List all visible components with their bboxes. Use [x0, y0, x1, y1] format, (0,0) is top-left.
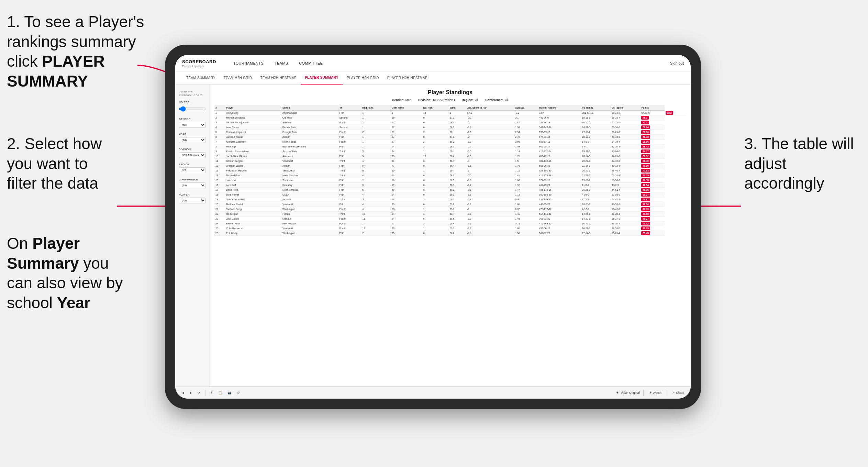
- tablet-device: SCOREBOARD Powered by clippi TOURNAMENTS…: [165, 45, 701, 409]
- sub-nav: TEAM SUMMARY TEAM H2H GRID TEAM H2H HEAT…: [175, 71, 691, 85]
- cell-17-8: -1.8: [466, 192, 514, 197]
- filter-row: Gender: Men Division: NCAA Division I Re…: [214, 98, 686, 102]
- cell-1-7: 67.1: [449, 115, 466, 120]
- cell-9-1: Jacob Skov Olesen: [225, 154, 281, 159]
- cell-5-9: 2.72: [514, 135, 538, 140]
- cell-14-4: 7: [361, 178, 391, 183]
- cell-14-7: 68.5: [449, 178, 466, 183]
- gender-select[interactable]: Men: [179, 122, 206, 128]
- toolbar-clock-button[interactable]: ⏱: [235, 390, 242, 395]
- cell-6-10: 698-54-13: [538, 140, 581, 144]
- toolbar-camera-button[interactable]: 📷: [226, 390, 233, 395]
- sub-nav-team-h2h-grid[interactable]: TEAM H2H GRID: [220, 71, 256, 85]
- year-select[interactable]: (All): [179, 137, 206, 143]
- col-adj-score: Adj. Score to Par: [466, 105, 514, 111]
- cell-17-5: 24: [391, 192, 422, 197]
- cell-11-9: 1.79: [514, 164, 538, 168]
- cell-15-11: 11-5-3: [581, 183, 611, 188]
- cell-21-13: 40.68: [640, 212, 665, 216]
- cell-24-5: 23: [391, 226, 422, 231]
- cell-22-4: 11: [361, 216, 391, 221]
- cell-8-1: Preston Summerhays: [225, 149, 281, 154]
- cell-0-9: -3.2: [514, 111, 538, 115]
- toolbar-copy-button[interactable]: ⎘: [209, 390, 214, 395]
- region-select[interactable]: N/A: [179, 167, 206, 173]
- share-button[interactable]: ↗ Share: [670, 390, 686, 395]
- filter-region: Region: All: [462, 98, 479, 102]
- watch-button[interactable]: 👁 Watch: [647, 390, 663, 395]
- cell-16-3: Fifth: [338, 188, 361, 192]
- sub-nav-team-summary[interactable]: TEAM SUMMARY: [182, 71, 220, 85]
- cell-16-12: 54-51-4: [611, 188, 640, 192]
- cell-21-7: 68.7: [449, 212, 466, 216]
- sub-nav-player-h2h-grid[interactable]: PLAYER H2H GRID: [343, 71, 383, 85]
- cell-15-7: 68.3: [449, 183, 466, 188]
- cell-0-6: 15: [422, 111, 449, 115]
- cell-1-11: 19-11-1: [581, 115, 611, 120]
- cell-4-2: Georgia Tech: [281, 130, 338, 135]
- sub-nav-player-h2h-heatmap[interactable]: PLAYER H2H HEATMAP: [383, 71, 432, 85]
- table-row: 11Gordon SargentVanderbiltThird421068.7-…: [214, 159, 686, 164]
- nav-tournaments[interactable]: TOURNAMENTS: [228, 55, 269, 71]
- cell-10-9: 1.5: [514, 159, 538, 164]
- sidebar: Update time: 27/03/2024 16:56:26 No Rds.…: [175, 85, 210, 386]
- player-select[interactable]: (All): [179, 198, 206, 203]
- cell-6-11: 14-5-3: [581, 140, 611, 144]
- cell-4-12: 61-20-3: [611, 130, 640, 135]
- cell-24-13: 39.95: [640, 226, 665, 231]
- range-wrap: [179, 105, 206, 113]
- bottom-toolbar: ◀ ▶ ⟳ ⎘ 📋 📷 ⏱ 👁 View: Original 👁 Watch ↗…: [175, 386, 691, 399]
- cell-7-3: Fifth: [338, 144, 361, 149]
- cell-24-2: Vanderbilt: [281, 226, 338, 231]
- toolbar-forward-button[interactable]: ▶: [188, 390, 194, 395]
- table-row: 26Petr HrubyWashingtonFifth725068.6-1.81…: [214, 231, 686, 236]
- cell-9-10: 489-72-25: [538, 154, 581, 159]
- cell-14-2: Tennessee: [281, 178, 338, 183]
- cell-10-10: 387-133-16: [538, 159, 581, 164]
- cell-7-6: 2: [422, 144, 449, 149]
- cell-12-6: 1: [422, 168, 449, 173]
- cell-20-6: 1: [422, 207, 449, 212]
- cell-10-1: Gordon Sargent: [225, 159, 281, 164]
- cell-6-6: 2: [422, 140, 449, 144]
- toolbar-back-button[interactable]: ◀: [180, 390, 186, 395]
- cell-10-12: 47-40-3: [611, 159, 640, 164]
- cell-10-13: 38.49: [640, 159, 665, 164]
- nav-committee[interactable]: COMMITTEE: [293, 55, 328, 71]
- cell-18-3: Third: [338, 197, 361, 202]
- nav-teams[interactable]: TEAMS: [269, 55, 293, 71]
- conference-select[interactable]: (All): [179, 182, 206, 188]
- cell-4-4: 2: [361, 130, 391, 135]
- cell-8-8: -0.5: [466, 149, 514, 154]
- cell-25-9: 1.56: [514, 231, 538, 236]
- division-select[interactable]: NCAA Division I: [179, 152, 206, 158]
- cell-0-4: 1: [361, 111, 391, 115]
- instruction-step1-text: 1. To see a Player's rankings summary cl…: [7, 13, 144, 90]
- cell-16-2: North Carolina: [281, 188, 338, 192]
- cell-14-8: -1.5: [466, 178, 514, 183]
- cell-16-11: 26-25-3: [581, 188, 611, 192]
- cell-7-0: 8: [214, 144, 225, 149]
- cell-17-12: 23-58-0: [611, 192, 640, 197]
- cell-11-10: 605-96-38: [538, 164, 581, 168]
- cell-21-10: 514-111-52: [538, 212, 581, 216]
- cell-0-13: 57-23-0: [640, 111, 665, 115]
- app-logo: SCOREBOARD: [182, 59, 216, 64]
- sidebar-division: Division NCAA Division I: [179, 148, 206, 158]
- sub-nav-team-h2h-heatmap[interactable]: TEAM H2H HEATMAP: [256, 71, 301, 85]
- cell-14-1: Jake Hall: [225, 178, 281, 183]
- cell-7-11: 8-6-1: [581, 144, 611, 149]
- table-title: Player Standings: [214, 89, 686, 96]
- cell-12-2: Texas A&M: [281, 168, 338, 173]
- sub-nav-player-summary[interactable]: PLAYER SUMMARY: [301, 71, 343, 85]
- toolbar-reload-button[interactable]: ⟳: [196, 390, 202, 395]
- col-rank: #: [214, 105, 225, 111]
- main-table-area: Player Standings Gender: Men Division: N…: [210, 85, 691, 386]
- cell-3-9: 1.98: [514, 125, 538, 130]
- sign-in-link[interactable]: Sign out: [670, 61, 684, 65]
- cell-0-12: 28-15-0: [611, 111, 640, 115]
- cell-12-5: 30: [391, 168, 422, 173]
- cell-7-4: 1: [361, 144, 391, 149]
- toolbar-paste-button[interactable]: 📋: [216, 390, 224, 395]
- no-rds-slider[interactable]: [179, 105, 206, 113]
